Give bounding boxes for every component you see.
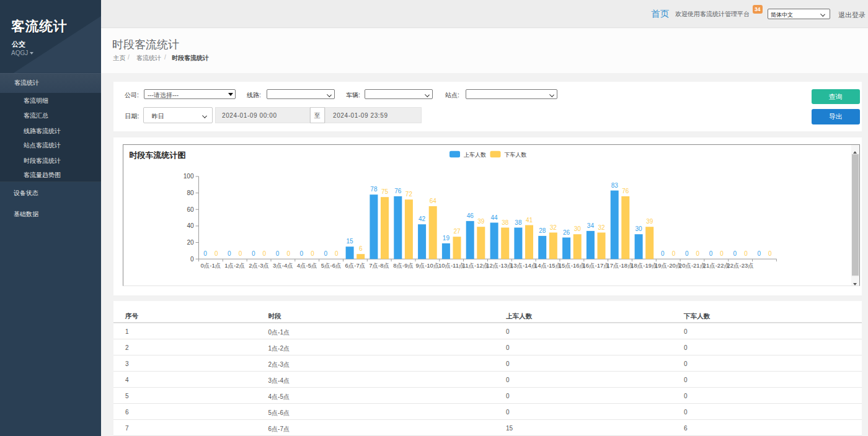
- svg-text:27: 27: [453, 228, 461, 235]
- svg-text:46: 46: [466, 212, 474, 219]
- svg-text:0: 0: [262, 250, 266, 257]
- svg-text:17点-18点: 17点-18点: [606, 262, 633, 269]
- svg-text:2点-3点: 2点-3点: [249, 262, 269, 269]
- svg-text:上车人数: 上车人数: [464, 152, 486, 158]
- svg-text:0: 0: [238, 250, 242, 257]
- svg-text:0: 0: [299, 250, 303, 257]
- svg-text:34: 34: [587, 222, 594, 229]
- svg-text:8点-9点: 8点-9点: [393, 262, 414, 269]
- svg-text:28: 28: [539, 227, 546, 234]
- svg-text:83: 83: [611, 182, 618, 189]
- svg-text:11点-12点: 11点-12点: [462, 262, 489, 269]
- svg-text:32: 32: [598, 224, 605, 231]
- svg-text:44: 44: [490, 214, 498, 221]
- svg-text:38: 38: [515, 219, 522, 226]
- svg-text:64: 64: [429, 198, 436, 204]
- svg-text:15点-16点: 15点-16点: [558, 262, 585, 269]
- svg-text:12点-13点: 12点-13点: [486, 262, 513, 269]
- svg-text:0: 0: [324, 250, 327, 257]
- svg-text:15: 15: [346, 238, 353, 245]
- svg-text:38: 38: [502, 219, 509, 226]
- svg-text:0: 0: [228, 250, 231, 257]
- svg-text:5点-6点: 5点-6点: [321, 262, 341, 269]
- svg-text:0: 0: [286, 250, 290, 257]
- svg-text:78: 78: [370, 186, 378, 193]
- svg-text:100: 100: [183, 173, 193, 180]
- svg-text:0: 0: [744, 250, 748, 257]
- svg-text:9点-10点: 9点-10点: [415, 262, 439, 269]
- svg-text:75: 75: [381, 188, 388, 195]
- svg-text:1点-2点: 1点-2点: [224, 262, 245, 269]
- svg-text:4点-5点: 4点-5点: [296, 262, 317, 269]
- svg-text:39: 39: [646, 218, 653, 225]
- svg-text:0: 0: [709, 250, 712, 257]
- svg-text:26: 26: [563, 229, 570, 236]
- svg-text:0: 0: [720, 250, 724, 257]
- svg-text:10点-11点: 10点-11点: [438, 262, 464, 269]
- svg-text:42: 42: [418, 216, 426, 222]
- svg-text:0: 0: [757, 250, 761, 257]
- svg-text:0: 0: [733, 250, 737, 257]
- svg-text:39: 39: [477, 218, 485, 225]
- svg-text:60: 60: [187, 206, 194, 213]
- svg-text:6点-7点: 6点-7点: [345, 262, 365, 269]
- svg-text:0: 0: [311, 250, 314, 257]
- svg-text:76: 76: [394, 188, 402, 194]
- svg-text:3点-4点: 3点-4点: [273, 262, 293, 269]
- svg-text:下车人数: 下车人数: [504, 152, 526, 158]
- svg-text:19: 19: [442, 235, 450, 242]
- svg-text:30: 30: [635, 225, 642, 232]
- svg-text:30: 30: [574, 225, 581, 232]
- svg-text:0点-1点: 0点-1点: [200, 262, 221, 269]
- svg-text:41: 41: [525, 217, 533, 224]
- svg-text:0: 0: [335, 250, 339, 257]
- svg-text:0: 0: [275, 250, 279, 257]
- svg-text:0: 0: [190, 256, 193, 263]
- svg-text:80: 80: [187, 190, 194, 196]
- svg-text:14点-15点: 14点-15点: [534, 262, 560, 269]
- svg-text:0: 0: [684, 250, 688, 257]
- svg-text:0: 0: [203, 250, 207, 257]
- svg-text:22点-23点: 22点-23点: [727, 262, 753, 269]
- svg-text:13点-14点: 13点-14点: [510, 262, 537, 269]
- svg-text:0: 0: [696, 250, 699, 257]
- svg-text:0: 0: [214, 250, 218, 257]
- svg-text:21点-22点: 21点-22点: [702, 262, 729, 269]
- svg-text:72: 72: [405, 191, 412, 198]
- svg-text:16点-17点: 16点-17点: [582, 262, 609, 269]
- svg-text:0: 0: [671, 250, 675, 257]
- svg-text:7点-8点: 7点-8点: [369, 262, 389, 269]
- svg-text:20: 20: [187, 239, 194, 246]
- svg-text:0: 0: [661, 250, 665, 257]
- svg-text:0: 0: [252, 250, 255, 257]
- svg-text:6: 6: [358, 245, 362, 252]
- svg-text:19点-20点: 19点-20点: [655, 262, 681, 269]
- svg-text:20点-21点: 20点-21点: [678, 262, 705, 269]
- svg-text:18点-19点: 18点-19点: [631, 262, 657, 269]
- svg-text:76: 76: [622, 188, 629, 194]
- svg-text:32: 32: [549, 224, 557, 231]
- svg-text:40: 40: [187, 222, 194, 229]
- svg-text:0: 0: [768, 250, 772, 257]
